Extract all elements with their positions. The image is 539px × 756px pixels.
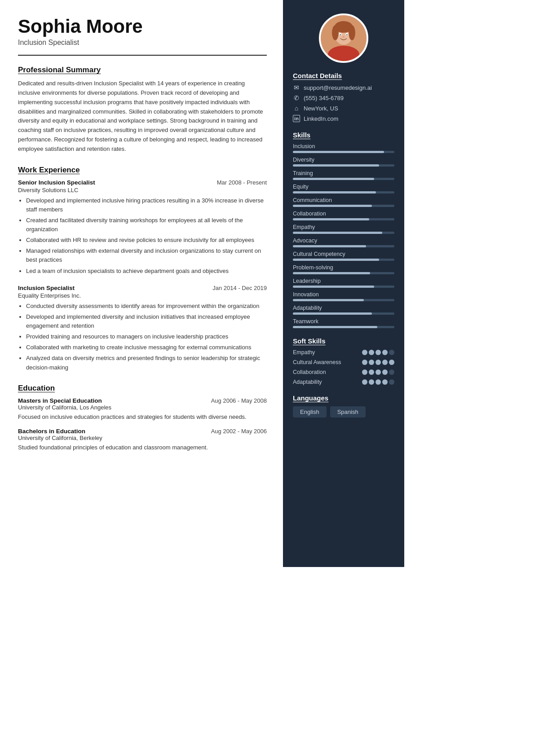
skill-item: Equity [293, 184, 394, 193]
bullet-2-2: Developed and implemented diversity and … [26, 312, 267, 330]
dot [382, 350, 388, 355]
contact-phone-text: (555) 345-6789 [304, 95, 344, 101]
skill-bar-fill [293, 218, 369, 220]
work-experience-title: Work Experience [18, 166, 267, 175]
dot [362, 379, 367, 385]
job-company-2: Equality Enterprises Inc. [18, 292, 267, 299]
skill-bar-fill [293, 326, 377, 328]
avatar-image [321, 13, 367, 63]
edu-school-1: University of California, Los Angeles [18, 404, 267, 411]
skill-name: Training [293, 170, 394, 176]
edu-dates-2: Aug 2002 - May 2006 [211, 428, 267, 435]
contact-email-text: support@resumedesign.ai [304, 84, 372, 91]
dot [382, 369, 388, 375]
contact-location-text: NewYork, US [304, 105, 338, 112]
soft-skill-item: Collaboration [293, 369, 394, 375]
job-dates-1: Mar 2008 - Present [217, 179, 267, 186]
skill-bar-bg [293, 218, 394, 220]
language-tag: Spanish [330, 406, 366, 418]
summary-text: Dedicated and results-driven Inclusion S… [18, 79, 267, 154]
job-entry-2: Inclusion Specialist Jan 2014 - Dec 2019… [18, 285, 267, 372]
dot [376, 379, 381, 385]
soft-skill-name: Cultural Awareness [293, 359, 362, 365]
edu-degree-2: Bachelors in Education [18, 428, 85, 435]
edu-entry-2: Bachelors in Education Aug 2002 - May 20… [18, 428, 267, 453]
edu-header-2: Bachelors in Education Aug 2002 - May 20… [18, 428, 267, 435]
job-dates-2: Jan 2014 - Dec 2019 [212, 285, 267, 291]
skill-name: Inclusion [293, 143, 394, 149]
svg-point-5 [349, 25, 355, 40]
languages-title: Languages [293, 394, 394, 402]
skill-name: Collaboration [293, 211, 394, 217]
language-tag: English [293, 406, 327, 418]
soft-skill-item: Adaptability [293, 379, 394, 385]
skills-section: Skills Inclusion Diversity Training Equi… [293, 131, 394, 328]
svg-point-4 [332, 25, 339, 40]
languages-section: Languages EnglishSpanish [293, 394, 394, 418]
dot [362, 369, 367, 375]
skills-list: Inclusion Diversity Training Equity Comm… [293, 143, 394, 328]
skill-bar-bg [293, 326, 394, 328]
bullet-2-4: Collaborated with marketing to create in… [26, 343, 267, 352]
dot [369, 350, 374, 355]
email-icon: ✉ [293, 84, 300, 91]
skill-bar-bg [293, 272, 394, 274]
job-header-2: Inclusion Specialist Jan 2014 - Dec 2019 [18, 285, 267, 291]
contact-location: ⌂ NewYork, US [293, 105, 394, 112]
edu-desc-1: Focused on inclusive education practices… [18, 413, 267, 422]
skill-name: Diversity [293, 157, 394, 163]
dot [382, 360, 388, 365]
skill-name: Advocacy [293, 237, 394, 244]
phone-icon: ✆ [293, 94, 300, 101]
soft-skills-section: Soft Skills Empathy Cultural Awareness C… [293, 337, 394, 385]
skill-bar-bg [293, 299, 394, 301]
languages-list: EnglishSpanish [293, 406, 394, 418]
contact-email: ✉ support@resumedesign.ai [293, 84, 394, 91]
job-title-1: Senior Inclusion Specialist [18, 179, 95, 186]
contact-linkedin: in LinkedIn.com [293, 115, 394, 122]
summary-section: Professional Summary Dedicated and resul… [18, 66, 267, 154]
skill-bar-fill [293, 259, 379, 261]
skill-bar-fill [293, 245, 366, 247]
dot [369, 369, 374, 375]
job-company-1: Diversity Solutions LLC [18, 187, 267, 193]
dot [389, 360, 394, 365]
bullet-1-2: Created and facilitated diversity traini… [26, 216, 267, 234]
soft-skills-list: Empathy Cultural Awareness Collaboration… [293, 349, 394, 385]
svg-point-10 [343, 36, 345, 38]
summary-title: Professional Summary [18, 66, 267, 75]
bullet-2-1: Conducted diversity assessments to ident… [26, 302, 267, 311]
right-panel: Contact Details ✉ support@resumedesign.a… [283, 0, 404, 567]
location-icon: ⌂ [293, 105, 300, 112]
skill-name: Empathy [293, 224, 394, 230]
bullet-2-5: Analyzed data on diversity metrics and p… [26, 354, 267, 372]
right-content: Contact Details ✉ support@resumedesign.a… [283, 72, 404, 426]
avatar-area [319, 0, 368, 72]
dot [389, 369, 394, 375]
edu-entry-1: Masters in Special Education Aug 2006 - … [18, 397, 267, 422]
skill-bar-bg [293, 259, 394, 261]
skill-item: Collaboration [293, 211, 394, 220]
edu-dates-1: Aug 2006 - May 2008 [211, 397, 267, 404]
education-section: Education Masters in Special Education A… [18, 384, 267, 453]
skill-name: Innovation [293, 291, 394, 298]
skill-bar-bg [293, 286, 394, 288]
skill-bar-fill [293, 164, 379, 167]
contact-title: Contact Details [293, 72, 394, 79]
soft-skill-item: Empathy [293, 349, 394, 356]
skill-item: Leadership [293, 278, 394, 288]
dot [362, 350, 367, 355]
skill-item: Teamwork [293, 318, 394, 328]
job-bullets-1: Developed and implemented inclusive hiri… [18, 196, 267, 276]
skill-name: Communication [293, 197, 394, 203]
soft-skill-name: Adaptability [293, 379, 362, 385]
skill-bar-bg [293, 164, 394, 167]
skill-bar-fill [293, 299, 364, 301]
education-title: Education [18, 384, 267, 393]
skill-item: Innovation [293, 291, 394, 301]
soft-skills-title: Soft Skills [293, 337, 394, 345]
dot [376, 369, 381, 375]
dots [362, 369, 394, 375]
skill-item: Problem-solving [293, 264, 394, 274]
skill-name: Teamwork [293, 318, 394, 325]
